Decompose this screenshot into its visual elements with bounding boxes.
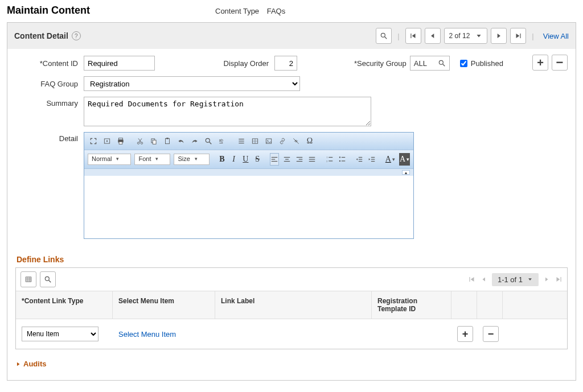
audits-toggle[interactable]: Audits (15, 360, 46, 368)
security-group-lookup[interactable]: ALL (410, 56, 450, 71)
cut-icon[interactable] (134, 135, 146, 147)
last-icon[interactable] (555, 275, 563, 283)
align-left-button[interactable] (270, 153, 279, 166)
link-icon[interactable] (277, 135, 288, 147)
indent-button[interactable] (367, 153, 376, 166)
align-justify-button[interactable] (307, 153, 317, 166)
svg-point-24 (206, 138, 210, 142)
copy-icon[interactable] (148, 135, 159, 147)
chevron-left-icon[interactable] (481, 276, 487, 283)
col-link-label[interactable]: Link Label (215, 291, 372, 319)
col-spacer (503, 291, 567, 319)
chevron-right-icon (15, 361, 21, 367)
svg-rect-13 (119, 138, 123, 140)
svg-rect-71 (469, 277, 470, 282)
find-icon[interactable] (203, 135, 214, 147)
audits-label: Audits (23, 360, 46, 368)
row-remove-button[interactable]: − (483, 326, 499, 342)
define-links-grid: 1-1 of 1 *Content Link Type Select Menu … (15, 267, 568, 349)
unlink-icon[interactable] (290, 135, 302, 147)
panel-title: Content Detail (14, 31, 68, 40)
panel-header: Content Detail ? | 2 of 12 (7, 23, 576, 49)
align-right-button[interactable] (295, 153, 304, 166)
rte-toolbar-row2: Normal▾ Font▾ Size▾ B I U S (84, 150, 413, 169)
pager-select[interactable]: 2 of 12 (444, 28, 488, 44)
print-icon[interactable] (115, 135, 126, 147)
chevron-right-icon[interactable] (543, 276, 550, 283)
content-link-type-select[interactable]: Menu Item (22, 327, 98, 341)
panel-nav: | 2 of 12 | View All (376, 28, 569, 44)
search-icon (44, 275, 52, 283)
svg-point-34 (267, 140, 268, 141)
define-links-title: Define Links (17, 255, 568, 264)
add-row-button[interactable]: + (532, 55, 548, 71)
preview-icon[interactable] (101, 135, 113, 147)
special-char-icon[interactable]: Ω (304, 135, 315, 147)
col-remove (477, 291, 503, 319)
text-color-button[interactable]: A▾ (385, 153, 396, 166)
replace-icon[interactable]: ab (216, 135, 228, 147)
svg-point-52 (339, 156, 340, 158)
grid-settings-button[interactable] (20, 271, 36, 287)
undo-icon[interactable] (175, 135, 187, 147)
row-add-button[interactable]: + (457, 326, 473, 342)
hr-icon[interactable] (236, 135, 247, 147)
grid-header: *Content Link Type Select Menu Item Link… (16, 291, 567, 319)
content-detail-panel: Content Detail ? | 2 of 12 (7, 22, 576, 381)
faq-group-select[interactable]: Registration (84, 76, 300, 91)
redo-icon[interactable] (189, 135, 200, 147)
summary-label: Summary (15, 97, 84, 108)
published-checkbox[interactable] (460, 60, 467, 67)
align-center-button[interactable] (282, 153, 292, 166)
select-menu-item-link[interactable]: Select Menu Item (118, 330, 176, 339)
bullet-list-button[interactable] (338, 153, 347, 166)
prev-button[interactable] (425, 28, 441, 44)
svg-rect-15 (119, 142, 122, 144)
maximize-icon[interactable] (88, 135, 99, 147)
page-title: Maintain Content (7, 5, 90, 16)
col-content-link-type[interactable]: *Content Link Type (16, 291, 113, 319)
image-icon[interactable] (263, 135, 274, 147)
display-order-label: Display Order (217, 59, 274, 68)
svg-rect-22 (166, 138, 170, 143)
find-button[interactable] (376, 28, 392, 44)
grid-find-button[interactable] (40, 271, 56, 287)
first-icon[interactable] (468, 275, 476, 283)
grid-pager-text[interactable]: 1-1 of 1 (492, 273, 539, 286)
next-button[interactable] (491, 28, 507, 44)
search-icon (438, 59, 446, 67)
rte-collapse-bar[interactable]: ▴ (84, 169, 413, 176)
published-label: Published (471, 59, 503, 68)
summary-textarea[interactable]: Required Documents for Registration (84, 97, 371, 126)
svg-rect-2 (410, 34, 411, 38)
rich-text-editor: ab Ω Normal▾ Font▾ Size▾ B (84, 132, 414, 239)
rte-body[interactable] (84, 176, 413, 238)
help-icon[interactable]: ? (72, 31, 81, 40)
content-id-input[interactable] (84, 56, 155, 71)
svg-point-0 (381, 33, 385, 37)
registration-template-cell (372, 332, 451, 336)
last-button[interactable] (510, 28, 526, 44)
display-order-input[interactable] (274, 56, 297, 71)
numbered-list-button[interactable]: 12 (325, 153, 334, 166)
svg-marker-5 (477, 35, 481, 38)
paste-icon[interactable] (162, 135, 173, 147)
strike-button[interactable]: S (253, 153, 262, 166)
chevron-down-icon (475, 32, 482, 39)
remove-row-button[interactable]: − (552, 55, 568, 71)
bold-button[interactable]: B (217, 153, 226, 166)
outdent-button[interactable] (355, 153, 364, 166)
first-button[interactable] (405, 28, 421, 44)
chevron-right-icon (495, 32, 503, 40)
format-select[interactable]: Normal▾ (88, 154, 131, 165)
size-select[interactable]: Size▾ (174, 154, 209, 165)
col-select-menu-item[interactable]: Select Menu Item (113, 291, 215, 319)
table-icon[interactable] (249, 135, 261, 147)
bg-color-button[interactable]: A▾ (399, 153, 410, 166)
italic-button[interactable]: I (229, 153, 238, 166)
view-all-link[interactable]: View All (543, 32, 569, 40)
col-registration-template-id[interactable]: Registration Template ID (372, 291, 451, 319)
underline-button[interactable]: U (241, 153, 250, 166)
svg-text:1: 1 (326, 156, 327, 159)
font-select[interactable]: Font▾ (134, 154, 170, 165)
